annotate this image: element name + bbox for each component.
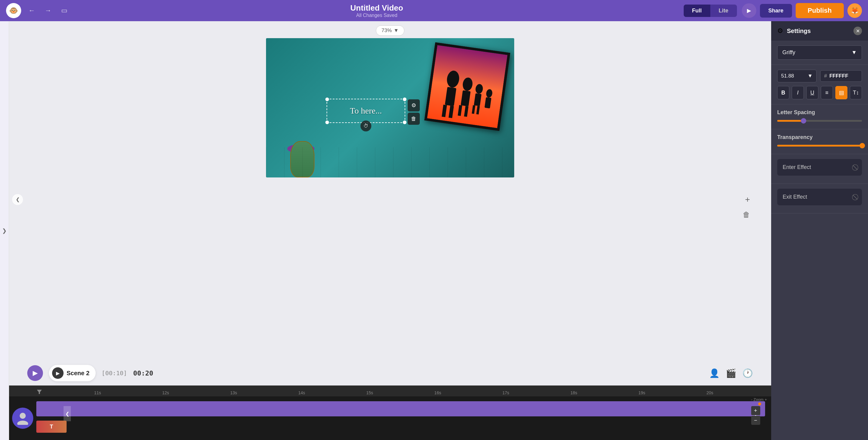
font-size-value: 51.88 — [781, 73, 794, 79]
timeline-area: 11s 12s 13s 14s 15s 16s 17s 18s 19s 20s — [9, 385, 771, 440]
settings-gear-icon: ⚙ — [777, 27, 783, 35]
align-button[interactable]: ▤ — [835, 86, 847, 99]
exit-effect-section: Exit Effect ⃠ — [771, 184, 868, 213]
font-row: 51.88 ▼ # FFFFFF — [777, 70, 862, 82]
enter-effect-label: Enter Effect — [783, 164, 811, 171]
canvas-floor — [266, 147, 514, 177]
letter-spacing-thumb[interactable] — [801, 118, 806, 123]
format-buttons: B I U ≡ ▤ T↕ — [777, 86, 862, 99]
zoom-chevron-icon: ▼ — [394, 28, 399, 34]
svg-marker-14 — [37, 390, 42, 394]
delete-tool-button[interactable]: 🗑 — [408, 113, 420, 125]
canvas-container: ❮ — [9, 38, 771, 361]
resize-handle-br[interactable] — [403, 120, 406, 124]
transparency-slider[interactable] — [777, 145, 862, 147]
resize-handle-tr[interactable] — [403, 97, 406, 101]
playback-icons: 👤 🎬 🕐 — [709, 368, 753, 378]
track-arrow-left[interactable]: ❮ — [64, 406, 71, 421]
user-avatar[interactable]: 🦊 — [847, 3, 862, 18]
media-icon-button[interactable]: 🎬 — [726, 368, 736, 378]
project-title-area: Untitled Video All Changes Saved — [75, 3, 679, 18]
clock-icon-button[interactable]: 🕐 — [742, 368, 753, 378]
right-panel: ⚙ Settings ✕ Griffy ▼ 51.88 ▼ # FFFFFF — [771, 21, 868, 440]
letter-spacing-fill — [777, 120, 803, 122]
canvas-add-element-button[interactable]: + — [745, 195, 750, 204]
mode-full-button[interactable]: Full — [684, 4, 710, 17]
letter-spacing-slider[interactable] — [777, 120, 862, 122]
scene-pill: ▶ Scene 2 — [49, 365, 96, 381]
tick-15s: 15s — [336, 390, 404, 395]
redo-button[interactable]: → — [42, 4, 54, 17]
svg-rect-9 — [474, 93, 482, 106]
tick-18s: 18s — [540, 390, 608, 395]
settings-tool-button[interactable]: ⚙ — [408, 99, 420, 112]
zoom-in-button[interactable]: + — [751, 406, 760, 415]
share-button[interactable]: Share — [760, 4, 792, 18]
topbar-actions: ▶ Share Publish 🦊 — [742, 3, 862, 18]
save-status: All Changes Saved — [356, 13, 397, 18]
time-current-display: 00:20 — [133, 370, 153, 377]
publish-button[interactable]: Publish — [796, 3, 844, 18]
transparency-thumb[interactable] — [860, 143, 865, 148]
font-size-color-section: 51.88 ▼ # FFFFFF B I U ≡ ▤ T↕ — [771, 65, 868, 105]
resize-handle-bl[interactable] — [326, 120, 329, 124]
preview-play-button[interactable]: ▶ — [742, 3, 756, 18]
mode-lite-button[interactable]: Lite — [710, 4, 737, 17]
timeline-text-track[interactable]: T — [36, 421, 67, 433]
svg-rect-7 — [464, 106, 468, 117]
zoom-indicator[interactable]: 73% ▼ — [376, 25, 405, 36]
transparency-label: Transparency — [777, 134, 862, 141]
filter-icon — [36, 388, 42, 394]
underline-button[interactable]: U — [806, 86, 818, 99]
app-logo[interactable]: 🐵 — [6, 3, 21, 18]
scene-play-button[interactable]: ▶ — [52, 367, 64, 379]
resize-handle-tl[interactable] — [326, 97, 329, 101]
italic-button[interactable]: I — [792, 86, 804, 99]
canvas-text-element[interactable]: To here... ⚙ 🗑 ⏱ — [327, 99, 405, 123]
playback-bar: ▶ ▶ Scene 2 [00:10] 00:20 👤 🎬 🕐 — [9, 361, 771, 385]
copy-button[interactable]: ▭ — [59, 4, 70, 17]
font-selector[interactable]: Griffy ▼ — [777, 46, 862, 60]
svg-rect-10 — [472, 105, 475, 114]
main-layout: ❯ 73% ▼ ❮ — [0, 21, 868, 440]
canvas-photo-frame — [424, 42, 510, 131]
tick-19s: 19s — [608, 390, 676, 395]
letter-spacing-section: Letter Spacing — [771, 105, 868, 129]
timer-tool-button[interactable]: ⏱ — [361, 120, 371, 131]
avatar-icon-button[interactable]: 👤 — [709, 368, 720, 378]
svg-point-15 — [20, 413, 26, 419]
bold-button[interactable]: B — [777, 86, 789, 99]
svg-rect-3 — [448, 106, 454, 118]
svg-rect-13 — [485, 97, 492, 109]
mode-toggle: Full Lite — [684, 4, 737, 17]
timeline-ruler: 11s 12s 13s 14s 15s 16s 17s 18s 19s 20s — [9, 385, 771, 397]
tick-17s: 17s — [472, 390, 540, 395]
video-canvas[interactable]: To here... ⚙ 🗑 ⏱ — [266, 38, 514, 177]
text-size-button[interactable]: T↕ — [850, 86, 862, 99]
list-button[interactable]: ≡ — [821, 86, 833, 99]
left-sidebar-toggle[interactable]: ❯ — [0, 21, 9, 440]
svg-point-12 — [486, 89, 493, 98]
tick-14s: 14s — [268, 390, 336, 395]
main-play-button[interactable]: ▶ — [27, 365, 43, 381]
letter-spacing-label: Letter Spacing — [777, 109, 862, 116]
canvas-delete-scene-button[interactable]: 🗑 — [743, 210, 750, 219]
scene-label: Scene 2 — [67, 370, 90, 377]
font-size-selector[interactable]: 51.88 ▼ — [777, 70, 816, 82]
tick-20s: 20s — [676, 390, 744, 395]
zoom-value: 73% — [382, 28, 392, 34]
undo-button[interactable]: ← — [26, 4, 37, 17]
panel-close-button[interactable]: ✕ — [854, 27, 862, 35]
svg-point-4 — [462, 77, 473, 91]
color-input[interactable]: # FFFFFF — [820, 70, 862, 82]
timeline-main-track[interactable]: ❮ ❯ — [36, 401, 765, 416]
canvas-nav-left-button[interactable]: ❮ — [12, 194, 23, 205]
exit-effect-row[interactable]: Exit Effect ⃠ — [777, 189, 862, 205]
tick-12s: 12s — [132, 390, 200, 395]
zoom-out-button[interactable]: − — [751, 416, 760, 425]
tick-16s: 16s — [404, 390, 472, 395]
color-value: FFFFFF — [829, 73, 848, 79]
svg-rect-2 — [441, 105, 447, 117]
enter-effect-row[interactable]: Enter Effect ⃠ — [777, 159, 862, 176]
time-range-display: [00:10] — [102, 370, 127, 377]
